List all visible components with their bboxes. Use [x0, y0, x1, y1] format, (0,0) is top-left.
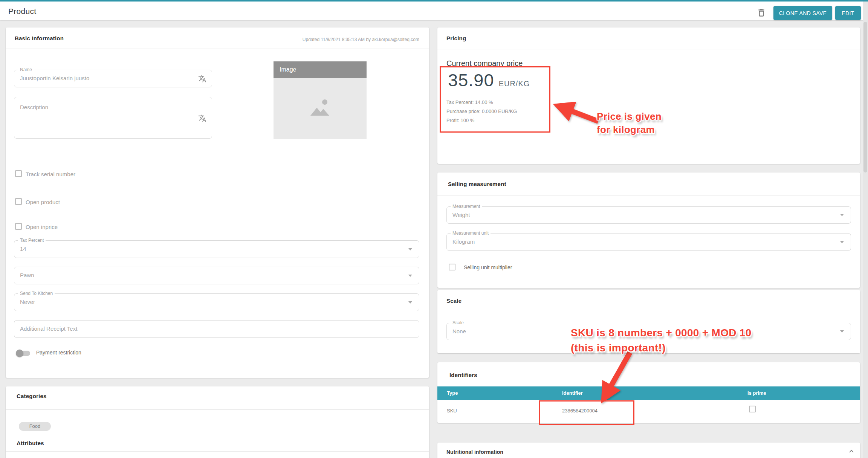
- nutritional-information-title: Nutritional information: [446, 449, 503, 455]
- price-note-line1: Price is given: [597, 110, 662, 123]
- tax-percent-label: Tax Percent: [18, 238, 46, 243]
- selling-unit-multiplier-label: Selling unit multiplier: [464, 264, 512, 270]
- chevron-down-icon: [408, 301, 412, 304]
- scrollbar-thumb[interactable]: [863, 22, 867, 173]
- additional-receipt-placeholder: Additional Receipt Text: [20, 325, 77, 332]
- scale-title: Scale: [446, 298, 462, 304]
- track-serial-checkbox[interactable]: [15, 170, 22, 177]
- open-product-label: Open product: [26, 199, 60, 205]
- sku-annotation-box: [539, 400, 634, 425]
- col-is-prime: Is prime: [747, 390, 766, 396]
- category-chip-food[interactable]: Food: [19, 422, 51, 431]
- page: Product CLONE AND SAVE EDIT Basic Inform…: [0, 0, 868, 458]
- basic-information-title: Basic Information: [15, 35, 64, 41]
- measurement-unit-value: Kilogram: [452, 238, 475, 245]
- measurement-select[interactable]: Measurement Weight: [446, 206, 851, 224]
- categories-title: Categories: [17, 393, 47, 399]
- send-to-kitchen-value: Never: [20, 299, 35, 305]
- sku-note-line1: SKU is 8 numbers + 0000 + MOD 10: [571, 325, 752, 340]
- divider: [437, 312, 860, 312]
- updated-timestamp: Updated 11/8/2021 8:35:13 AM by aki.korp…: [303, 37, 419, 42]
- pawn-select[interactable]: Pawn: [14, 267, 419, 284]
- name-field[interactable]: Name Juustoportin Keisarin juusto: [14, 70, 212, 87]
- image-icon: [307, 98, 333, 119]
- sku-note-line2: (this is important!): [571, 340, 752, 356]
- pawn-placeholder: Pawn: [20, 272, 34, 278]
- track-serial-label: Track serial number: [26, 171, 75, 177]
- identifiers-title: Identifiers: [449, 372, 477, 378]
- price-annotation-box: [440, 66, 550, 133]
- send-to-kitchen-label: Send To Kitchen: [18, 291, 55, 296]
- image-body: [274, 78, 367, 139]
- open-product-checkbox[interactable]: [15, 198, 22, 205]
- clone-and-save-button[interactable]: CLONE AND SAVE: [773, 6, 832, 20]
- basic-information-card: Basic Information Updated 11/8/2021 8:35…: [6, 27, 429, 378]
- scale-field-value: None: [452, 328, 466, 334]
- measurement-unit-select[interactable]: Measurement unit Kilogram: [446, 233, 851, 251]
- delete-button[interactable]: [756, 8, 766, 18]
- trash-icon: [756, 8, 766, 18]
- page-title: Product: [8, 7, 36, 16]
- measurement-label: Measurement: [451, 204, 482, 209]
- identifiers-card: Identifiers Type Identifier Is prime SKU…: [437, 362, 860, 423]
- top-bar: Product CLONE AND SAVE EDIT: [0, 0, 868, 20]
- pricing-title: Pricing: [446, 35, 466, 41]
- divider: [437, 49, 860, 49]
- nutritional-information-card[interactable]: Nutritional information: [437, 443, 860, 458]
- measurement-value: Weight: [452, 212, 470, 218]
- divider: [6, 49, 429, 49]
- description-placeholder: Description: [20, 104, 48, 110]
- chevron-up-icon[interactable]: [849, 449, 854, 453]
- selling-unit-multiplier-checkbox[interactable]: [449, 264, 455, 270]
- divider: [437, 195, 860, 195]
- scale-field-label: Scale: [451, 320, 466, 325]
- edit-button[interactable]: EDIT: [835, 6, 861, 20]
- image-label: Image: [274, 61, 367, 78]
- chevron-down-icon: [840, 330, 844, 333]
- chevron-down-icon: [840, 241, 844, 243]
- identifier-type-cell: SKU: [447, 408, 457, 414]
- attributes-title: Attributes: [17, 440, 44, 446]
- divider: [6, 409, 429, 410]
- is-prime-checkbox[interactable]: [749, 406, 756, 412]
- sku-annotation-text: SKU is 8 numbers + 0000 + MOD 10 (this i…: [571, 325, 752, 356]
- col-type: Type: [447, 390, 458, 396]
- selling-measurement-card: Selling measurement Measurement Weight M…: [437, 173, 860, 288]
- chevron-down-icon: [408, 248, 412, 250]
- divider: [6, 451, 429, 452]
- open-inprice-checkbox[interactable]: [15, 223, 22, 230]
- price-annotation-text: Price is given for kilogram: [597, 110, 662, 136]
- payment-restriction-toggle[interactable]: [17, 351, 30, 356]
- tax-percent-select[interactable]: Tax Percent 14: [14, 240, 419, 258]
- payment-restriction-label: Payment restriction: [36, 350, 81, 356]
- description-field[interactable]: Description: [14, 97, 212, 139]
- translate-icon[interactable]: [198, 75, 206, 83]
- selling-measurement-title: Selling measurement: [448, 181, 506, 187]
- tax-percent-value: 14: [20, 246, 26, 252]
- toggle-knob: [16, 350, 23, 357]
- additional-receipt-input[interactable]: Additional Receipt Text: [14, 320, 419, 338]
- name-field-label: Name: [18, 67, 34, 72]
- open-inprice-label: Open inprice: [26, 224, 58, 230]
- send-to-kitchen-select[interactable]: Send To Kitchen Never: [14, 293, 419, 311]
- categories-card: Categories Food Attributes: [6, 386, 429, 458]
- col-identifier: Identifier: [562, 390, 583, 396]
- product-image-placeholder[interactable]: Image: [274, 61, 367, 139]
- vertical-scrollbar[interactable]: [863, 2, 868, 458]
- price-note-line2: for kilogram: [597, 123, 662, 136]
- chevron-down-icon: [408, 275, 412, 277]
- translate-icon[interactable]: [198, 114, 206, 122]
- identifiers-table-header: Type Identifier Is prime: [437, 386, 860, 400]
- chevron-down-icon: [840, 214, 844, 216]
- name-field-value: Juustoportin Keisarin juusto: [20, 75, 89, 81]
- measurement-unit-label: Measurement unit: [451, 231, 491, 236]
